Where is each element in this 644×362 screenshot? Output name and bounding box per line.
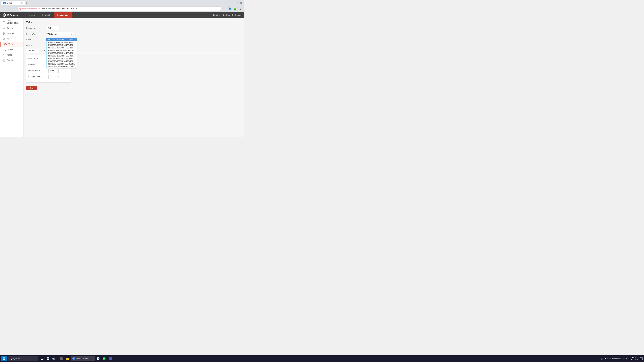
nav-tabs: Live View Playback Configuration xyxy=(24,12,72,18)
save-section: Save xyxy=(26,85,242,90)
sidebar-item-local-config[interactable]: Local Configuration xyxy=(0,18,23,25)
h265plus-label: H265+ xyxy=(26,44,46,46)
close-button[interactable]: ✕ xyxy=(240,1,243,5)
stream-type-select-wrapper: Tri-Stream ▾ xyxy=(46,32,73,36)
sidebar-label-system: System xyxy=(6,27,13,29)
svg-point-10 xyxy=(4,14,5,15)
stream-type-select[interactable]: Tri-Stream xyxy=(46,32,73,36)
sidebar-item-network[interactable]: Network xyxy=(0,31,23,36)
svg-text:?: ? xyxy=(224,14,225,16)
codec-dropdown: H265:3560x1944,H265:720x480,H265:352x288… xyxy=(46,38,77,42)
svg-point-28 xyxy=(5,49,6,50)
tab-favicon: V xyxy=(3,2,6,4)
iframe-interval-row: I-Frame Interval 10 ▾ s xyxy=(28,75,69,79)
stream-type-row: StreamType Tri-Stream ▾ xyxy=(26,32,242,36)
minimize-button[interactable]: ─ xyxy=(232,1,236,5)
brand-icon xyxy=(3,13,6,17)
tab-stream1[interactable]: Stream1 xyxy=(26,49,40,53)
top-nav-right: admin ? Help Logout xyxy=(213,14,244,16)
codec-option-1[interactable]: H265:2560x1920,H265:720x480,H265:352x288 xyxy=(46,41,77,44)
address-bar[interactable]: ! Niezabezpieczona 192.168.1.35/frame.ht… xyxy=(18,6,221,11)
svg-text:!: ! xyxy=(20,8,21,10)
svg-point-12 xyxy=(213,15,215,16)
sidebar-label-video: Video xyxy=(8,43,13,45)
logout-link[interactable]: Logout xyxy=(232,14,242,16)
profile-button[interactable]: 👤 xyxy=(228,6,232,11)
help-link[interactable]: ? Help xyxy=(223,14,230,16)
admin-link[interactable]: admin xyxy=(213,14,221,16)
codec-option-9[interactable]: H264:1280x720,H264:720x480,H264:352x288 xyxy=(46,62,77,65)
sidebar-label-audio: Audio xyxy=(8,48,14,51)
codec-option-5[interactable]: H264:2592x1944,H264:720x480,H264:352x288 xyxy=(46,52,77,54)
codec-option-7[interactable]: H264:2560x1440,H264:720x480,H264:352x288 xyxy=(46,57,77,60)
content-area: Video Device Name StreamType Tri-Stream … xyxy=(24,18,244,137)
codec-option-10[interactable]: MJPEG:1920x1080,MJPEG:720x480,MJPEG:352x… xyxy=(46,65,77,68)
codec-option-6[interactable]: H264:2560x1920,H264:720x480,H264:352x288 xyxy=(46,54,77,57)
app: IP Camera Live View Playback Configurati… xyxy=(0,12,244,137)
svg-rect-17 xyxy=(3,21,5,23)
nav-tab-playback[interactable]: Playback xyxy=(39,12,54,18)
rate-control-row: Rate Control VBR ▾ xyxy=(28,69,69,73)
nav-tab-configuration[interactable]: Configuration xyxy=(54,12,72,18)
tab-bar: V Video ✕ + ─ □ ✕ xyxy=(0,0,244,5)
sidebar-item-video[interactable]: Video xyxy=(0,41,23,47)
audio-icon xyxy=(4,48,7,51)
address-bar-row: ‹ › ↻ ! Niezabezpieczona 192.168.1.35/fr… xyxy=(0,5,244,12)
device-name-row: Device Name xyxy=(26,26,242,30)
iframe-interval-select-wrapper: 10 ▾ xyxy=(48,75,57,79)
new-tab-button[interactable]: + xyxy=(26,1,27,5)
sidebar-label-video-parent: Video xyxy=(6,38,12,40)
sidebar-item-system[interactable]: System xyxy=(0,25,23,31)
window-controls: ─ □ ✕ xyxy=(232,1,243,5)
maximize-button[interactable]: □ xyxy=(236,1,239,5)
video-parent-icon xyxy=(2,37,5,40)
iframe-interval-select[interactable]: 10 xyxy=(48,75,57,79)
nav-tab-live-view[interactable]: Live View xyxy=(24,12,39,18)
video-icon xyxy=(4,43,7,45)
svg-rect-27 xyxy=(4,43,6,45)
sidebar-item-video-parent[interactable]: Video xyxy=(0,36,23,41)
sidebar-label-local-config: Local Configuration xyxy=(6,19,21,24)
save-button[interactable]: Save xyxy=(26,86,38,90)
security-warning: ! Niezabezpieczona xyxy=(19,7,37,10)
events-icon xyxy=(2,59,5,62)
codec-option-4[interactable]: H265:1280x720,H265:720x480,H265:352x288 xyxy=(46,49,77,52)
top-nav: IP Camera Live View Playback Configurati… xyxy=(0,12,244,18)
device-name-input[interactable] xyxy=(46,26,60,30)
sidebar-item-image[interactable]: Image xyxy=(0,52,23,58)
codec-option-3[interactable]: H265:1920x1080,H265:720x480,H265:352x288 xyxy=(46,46,77,49)
codec-option-8[interactable]: H264:1920x1080,H264:720x480,H264:352x288 xyxy=(46,60,77,62)
system-icon xyxy=(2,27,5,29)
url-text: 192.168.1.35/frame.html?r=1707051997779 xyxy=(38,7,78,10)
extensions-button[interactable]: 🧩 xyxy=(233,6,238,11)
sidebar-item-audio[interactable]: Audio xyxy=(0,47,23,52)
rate-control-select[interactable]: VBR xyxy=(48,69,58,73)
brand-label: IP Camera xyxy=(7,14,18,16)
network-icon xyxy=(2,32,5,35)
bit-rate-label: Bit Rate xyxy=(28,63,48,66)
device-name-label: Device Name xyxy=(26,27,46,29)
page-title: Video xyxy=(26,21,242,23)
iframe-unit-label: s xyxy=(58,76,58,78)
back-button[interactable]: ‹ xyxy=(1,6,6,11)
framerate-label: Framerate xyxy=(28,57,48,60)
stream-type-label: StreamType xyxy=(26,33,46,35)
tab-close-button[interactable]: ✕ xyxy=(21,2,23,4)
codec-option-0[interactable]: H265:3560x1944,H265:720x480,H265:352x288 xyxy=(46,38,77,41)
reload-button[interactable]: ↻ xyxy=(12,6,17,11)
tab-title: Video xyxy=(7,2,20,4)
codec-option-2[interactable]: H265:2560x1440,H265:720x480,H265:352x288 xyxy=(46,44,77,46)
sidebar-label-image: Image xyxy=(6,54,12,56)
active-tab[interactable]: V Video ✕ xyxy=(1,1,25,5)
sidebar-label-events: Events xyxy=(6,59,13,61)
main-content: Local Configuration System Network Video xyxy=(0,18,244,137)
svg-rect-30 xyxy=(3,54,5,56)
iframe-interval-label: I-Frame Interval xyxy=(28,76,48,78)
bookmark-button[interactable]: ☆ xyxy=(222,6,227,11)
svg-rect-20 xyxy=(3,27,5,29)
sidebar-item-events[interactable]: Events xyxy=(0,58,23,63)
local-config-icon xyxy=(2,20,5,23)
forward-button[interactable]: › xyxy=(7,6,12,11)
menu-button[interactable]: ⋮ xyxy=(238,6,243,11)
image-icon xyxy=(2,54,5,56)
